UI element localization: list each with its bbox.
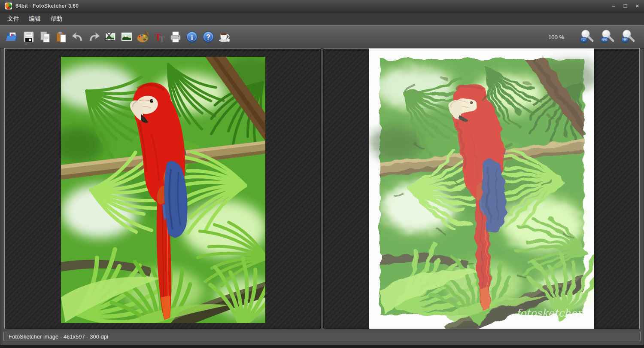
coffee-donate-icon [218, 31, 231, 43]
crop-button[interactable] [102, 27, 118, 46]
window-bottom-edge [0, 345, 644, 348]
zoom-level-label: 100 % [548, 34, 564, 40]
zoom-out-button[interactable]: - [579, 27, 596, 46]
copy-button[interactable] [37, 27, 53, 46]
zoom-buttons: - 1:1 + [579, 27, 637, 46]
main-area: fotosketcher [4, 48, 640, 329]
original-photo [61, 57, 265, 323]
about-button[interactable]: i [184, 27, 200, 46]
toolbar: T T i ? [0, 25, 644, 49]
add-text-icon: T T [153, 31, 166, 43]
zoom-out-icon: - [580, 29, 595, 45]
menu-help[interactable]: 帮助 [46, 13, 67, 24]
app-window: 64bit - FotoSketcher 3.60 – □ × 文件 编辑 帮助 [0, 0, 644, 348]
open-image-icon [6, 31, 19, 43]
status-text: FotoSketcher image - 461x597 - 300 dpi [9, 333, 108, 340]
close-button[interactable]: × [635, 3, 639, 9]
drawing-parameters-palette-icon [137, 31, 149, 43]
menu-edit[interactable]: 编辑 [24, 13, 46, 24]
info-icon: i [185, 31, 198, 43]
paste-icon [55, 31, 68, 43]
svg-text:?: ? [206, 34, 210, 41]
menu-bar: 文件 编辑 帮助 [0, 12, 644, 25]
help-button[interactable]: ? [200, 27, 216, 46]
original-image-panel[interactable] [4, 48, 321, 329]
redo-button[interactable] [86, 27, 102, 46]
drawing-parameters-button[interactable] [135, 27, 151, 46]
svg-text:-: - [583, 37, 585, 42]
new-image-button[interactable] [118, 27, 135, 46]
new-image-icon [120, 31, 133, 43]
paste-button[interactable] [53, 27, 70, 46]
open-image-button[interactable] [4, 27, 21, 46]
undo-icon [71, 31, 84, 43]
window-title: 64bit - FotoSketcher 3.60 [15, 3, 79, 9]
zoom-in-button[interactable]: + [620, 27, 637, 46]
save-image-button[interactable] [21, 27, 37, 46]
zoom-100-icon: 1:1 [600, 29, 616, 45]
title-bar: 64bit - FotoSketcher 3.60 – □ × [0, 0, 644, 12]
svg-text:i: i [191, 34, 193, 42]
help-icon: ? [202, 31, 215, 43]
svg-text:T: T [159, 35, 165, 43]
result-image-panel[interactable]: fotosketcher [323, 48, 640, 329]
undo-button[interactable] [70, 27, 86, 46]
zoom-100-button[interactable]: 1:1 [599, 27, 617, 46]
minimize-button[interactable]: – [612, 3, 615, 9]
print-button[interactable] [167, 27, 184, 46]
painting-signature: fotosketcher [516, 307, 583, 319]
save-image-icon [22, 31, 35, 43]
menu-file[interactable]: 文件 [3, 13, 24, 24]
svg-text:+: + [623, 37, 626, 42]
copy-icon [39, 31, 52, 43]
painted-result: fotosketcher [369, 49, 594, 329]
app-logo-icon [5, 3, 12, 9]
print-icon [169, 31, 182, 43]
donate-button[interactable] [216, 27, 233, 46]
redo-icon [88, 31, 100, 43]
crop-icon [104, 31, 117, 43]
add-text-button[interactable]: T T [151, 27, 167, 46]
maximize-button[interactable]: □ [624, 3, 627, 9]
status-bar: FotoSketcher image - 461x597 - 300 dpi [3, 332, 641, 341]
zoom-in-icon: + [621, 29, 636, 45]
svg-text:1:1: 1:1 [602, 38, 607, 42]
